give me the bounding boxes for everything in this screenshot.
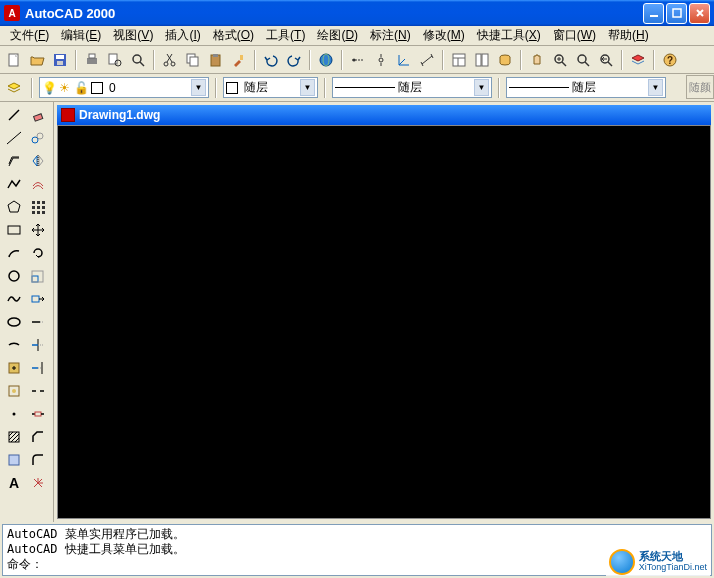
- menu-help[interactable]: 帮助(H): [602, 25, 655, 46]
- standard-toolbar: ?: [0, 46, 714, 74]
- mirror-tool[interactable]: [26, 150, 49, 172]
- zoom-window-button[interactable]: [572, 49, 594, 71]
- fillet-tool[interactable]: [26, 449, 49, 471]
- chevron-down-icon[interactable]: ▼: [474, 79, 489, 96]
- designcenter-button[interactable]: [471, 49, 493, 71]
- insert-block-tool[interactable]: [2, 357, 25, 379]
- svg-rect-32: [476, 54, 481, 66]
- paste-button[interactable]: [205, 49, 227, 71]
- offset-tool[interactable]: [26, 173, 49, 195]
- ellipse-arc-tool[interactable]: [2, 334, 25, 356]
- polygon-tool[interactable]: [2, 196, 25, 218]
- chevron-down-icon[interactable]: ▼: [648, 79, 663, 96]
- stretch-tool[interactable]: [26, 288, 49, 310]
- menu-window[interactable]: 窗口(W): [547, 25, 602, 46]
- extend-tool[interactable]: [26, 357, 49, 379]
- save-button[interactable]: [49, 49, 71, 71]
- tracking-button[interactable]: [347, 49, 369, 71]
- array-tool[interactable]: [26, 196, 49, 218]
- rectangle-tool[interactable]: [2, 219, 25, 241]
- copy-object-tool[interactable]: [26, 127, 49, 149]
- menu-dimension[interactable]: 标注(N): [364, 25, 417, 46]
- sun-icon: ☀: [59, 81, 70, 95]
- find-button[interactable]: [127, 49, 149, 71]
- menu-view[interactable]: 视图(V): [107, 25, 159, 46]
- dbconnect-button[interactable]: [494, 49, 516, 71]
- workarea: A Drawing1.dwg: [0, 102, 714, 522]
- svg-rect-33: [482, 54, 488, 66]
- menu-express[interactable]: 快捷工具(X): [471, 25, 547, 46]
- lineweight-combo[interactable]: 随层 ▼: [506, 77, 666, 98]
- maximize-button[interactable]: [666, 3, 687, 24]
- chamfer-tool[interactable]: [26, 426, 49, 448]
- layer-combo[interactable]: 💡 ☀ 🔓 0 ▼: [39, 77, 209, 98]
- new-button[interactable]: [3, 49, 25, 71]
- document-titlebar: Drawing1.dwg: [57, 105, 711, 125]
- svg-rect-1: [673, 9, 681, 17]
- layer-manager-button[interactable]: [3, 77, 25, 99]
- help-button[interactable]: ?: [659, 49, 681, 71]
- linetype-sample: [335, 87, 395, 88]
- chevron-down-icon[interactable]: ▼: [300, 79, 315, 96]
- pan-button[interactable]: [526, 49, 548, 71]
- move-tool[interactable]: [26, 219, 49, 241]
- multiline-tool[interactable]: [2, 150, 25, 172]
- layers-button[interactable]: [627, 49, 649, 71]
- polyline-tool[interactable]: [2, 173, 25, 195]
- menu-modify[interactable]: 修改(M): [417, 25, 471, 46]
- spline-tool[interactable]: [2, 288, 25, 310]
- erase-tool[interactable]: [26, 104, 49, 126]
- break-at-point-tool[interactable]: [26, 380, 49, 402]
- construction-line-tool[interactable]: [2, 127, 25, 149]
- match-properties-button[interactable]: [228, 49, 250, 71]
- zoom-realtime-button[interactable]: [549, 49, 571, 71]
- copy-button[interactable]: [182, 49, 204, 71]
- zoom-previous-button[interactable]: [595, 49, 617, 71]
- close-button[interactable]: [689, 3, 710, 24]
- point-tool[interactable]: [2, 403, 25, 425]
- print-preview-button[interactable]: [104, 49, 126, 71]
- print-button[interactable]: [81, 49, 103, 71]
- chevron-down-icon[interactable]: ▼: [191, 79, 206, 96]
- line-tool[interactable]: [2, 104, 25, 126]
- menu-tools[interactable]: 工具(T): [260, 25, 311, 46]
- bycolor-button[interactable]: 随颜: [686, 75, 714, 99]
- mtext-tool[interactable]: A: [2, 472, 25, 494]
- minimize-button[interactable]: [643, 3, 664, 24]
- arc-tool[interactable]: [2, 242, 25, 264]
- open-button[interactable]: [26, 49, 48, 71]
- rotate-tool[interactable]: [26, 242, 49, 264]
- distance-button[interactable]: [416, 49, 438, 71]
- color-combo[interactable]: 随层 ▼: [223, 77, 318, 98]
- make-block-tool[interactable]: [2, 380, 25, 402]
- circle-tool[interactable]: [2, 265, 25, 287]
- menu-edit[interactable]: 编辑(E): [55, 25, 107, 46]
- undo-button[interactable]: [260, 49, 282, 71]
- watermark: 系统天地 XiTongTianDi.net: [606, 548, 710, 576]
- ucs-button[interactable]: [393, 49, 415, 71]
- color-swatch: [226, 82, 238, 94]
- menu-draw[interactable]: 绘图(D): [311, 25, 364, 46]
- lengthen-tool[interactable]: [26, 311, 49, 333]
- command-line: AutoCAD 快捷工具菜单已加载。: [7, 542, 707, 557]
- region-tool[interactable]: [2, 449, 25, 471]
- menu-insert[interactable]: 插入(I): [159, 25, 206, 46]
- snap-from-button[interactable]: [370, 49, 392, 71]
- svg-rect-5: [57, 61, 63, 65]
- trim-tool[interactable]: [26, 334, 49, 356]
- menu-file[interactable]: 文件(F): [4, 25, 55, 46]
- scale-tool[interactable]: [26, 265, 49, 287]
- linetype-combo[interactable]: 随层 ▼: [332, 77, 492, 98]
- hyperlink-button[interactable]: [315, 49, 337, 71]
- svg-rect-46: [33, 114, 42, 121]
- properties-button[interactable]: [448, 49, 470, 71]
- lineweight-sample: [509, 87, 569, 88]
- redo-button[interactable]: [283, 49, 305, 71]
- menu-format[interactable]: 格式(O): [207, 25, 260, 46]
- hatch-tool[interactable]: [2, 426, 25, 448]
- ellipse-tool[interactable]: [2, 311, 25, 333]
- explode-tool[interactable]: [26, 472, 49, 494]
- drawing-canvas[interactable]: [57, 125, 711, 519]
- cut-button[interactable]: [159, 49, 181, 71]
- break-tool[interactable]: [26, 403, 49, 425]
